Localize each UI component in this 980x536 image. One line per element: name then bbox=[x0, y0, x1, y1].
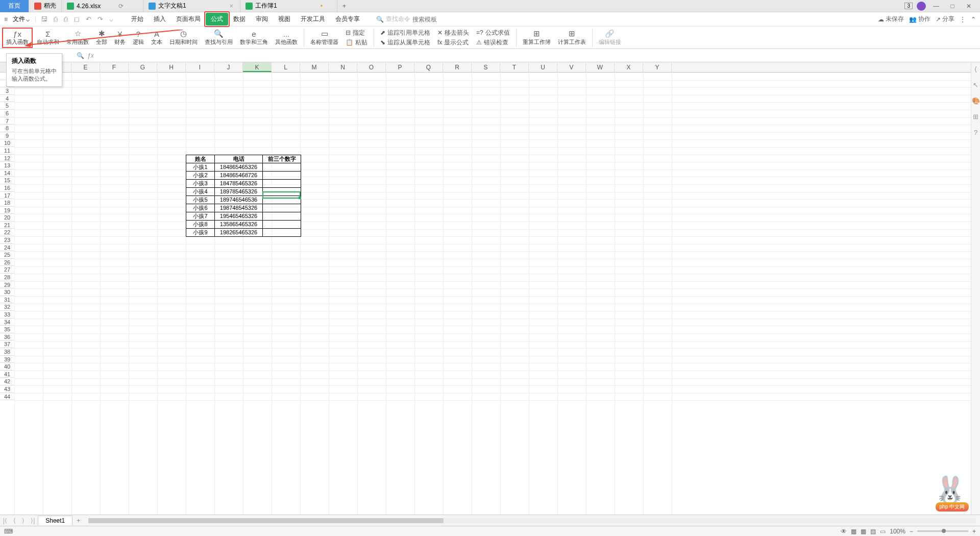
col-header-T[interactable]: T bbox=[500, 62, 529, 72]
grid-mode-icon[interactable]: ▦ bbox=[851, 528, 856, 535]
doc-tab-3[interactable]: 工作簿1• bbox=[240, 0, 337, 12]
finance-fn-button[interactable]: ¥财务 bbox=[111, 28, 129, 48]
menu-tab-开始[interactable]: 开始 bbox=[126, 13, 149, 26]
row-header-6[interactable]: 6 bbox=[0, 110, 14, 117]
math-fn-button[interactable]: e数学和三角 bbox=[237, 28, 271, 48]
row-header-28[interactable]: 28 bbox=[0, 274, 14, 281]
redo-icon[interactable]: ↷ bbox=[96, 15, 105, 23]
minimize-button[interactable]: — bbox=[930, 1, 942, 11]
row-header-18[interactable]: 18 bbox=[0, 199, 14, 207]
new-tab-button[interactable]: + bbox=[337, 3, 351, 10]
row-header-37[interactable]: 37 bbox=[0, 340, 14, 348]
sheet-nav-next[interactable]: ⟩ bbox=[19, 517, 28, 524]
menu-tab-开发工具[interactable]: 开发工具 bbox=[296, 13, 330, 26]
col-header-K[interactable]: K bbox=[243, 62, 272, 72]
table-cell[interactable] bbox=[263, 220, 301, 228]
insert-function-button[interactable]: ƒx 插入函数 bbox=[2, 28, 33, 48]
col-header-X[interactable]: X bbox=[615, 62, 643, 72]
table-cell[interactable] bbox=[263, 179, 301, 187]
row-header-35[interactable]: 35 bbox=[0, 326, 14, 333]
table-cell[interactable]: 小孩9 bbox=[186, 228, 215, 236]
lookup-fn-button[interactable]: 🔍查找与引用 bbox=[202, 28, 236, 48]
zoom-value[interactable]: 100% bbox=[890, 528, 905, 535]
menu-tab-视图[interactable]: 视图 bbox=[273, 13, 296, 26]
table-cell[interactable] bbox=[263, 187, 301, 196]
trace-dep-button[interactable]: ⬊追踪从属单元格 bbox=[380, 38, 430, 47]
hamburger-icon[interactable]: ≡ bbox=[4, 16, 8, 23]
row-header-22[interactable]: 22 bbox=[0, 229, 14, 236]
row-header-20[interactable]: 20 bbox=[0, 214, 14, 222]
datetime-fn-button[interactable]: ◷日期和时间 bbox=[166, 28, 201, 48]
table-cell[interactable]: 小孩7 bbox=[186, 212, 215, 220]
menu-tab-页面布局[interactable]: 页面布局 bbox=[171, 13, 206, 26]
col-header-Q[interactable]: Q bbox=[414, 62, 443, 72]
table-cell[interactable]: 小孩4 bbox=[186, 187, 215, 196]
template-search-input[interactable] bbox=[412, 16, 474, 23]
row-header-41[interactable]: 41 bbox=[0, 371, 14, 378]
col-header-R[interactable]: R bbox=[443, 62, 472, 72]
edit-link-button[interactable]: 🔗编辑链接 bbox=[596, 28, 624, 48]
row-header-17[interactable]: 17 bbox=[0, 192, 14, 200]
table-cell[interactable] bbox=[263, 163, 301, 171]
print-icon[interactable]: ⎙ bbox=[62, 15, 69, 23]
table-cell[interactable]: 189785465326 bbox=[215, 187, 263, 196]
autosum-button[interactable]: Σ自动求和 bbox=[34, 28, 62, 48]
file-menu[interactable]: 文件 ⌵ bbox=[11, 14, 32, 25]
col-header-G[interactable]: G bbox=[129, 62, 157, 72]
zoom-thumb[interactable] bbox=[942, 529, 946, 533]
help-panel-icon[interactable]: ? bbox=[974, 129, 977, 136]
table-cell[interactable] bbox=[263, 196, 301, 204]
notification-badge[interactable]: 3 bbox=[904, 3, 913, 9]
home-tab[interactable]: 首页 bbox=[0, 0, 29, 12]
calc-sheet-button[interactable]: ⊞计算工作表 bbox=[555, 28, 589, 48]
col-header-E[interactable]: E bbox=[71, 62, 100, 72]
logic-fn-button[interactable]: ?逻辑 bbox=[130, 28, 147, 48]
row-header-44[interactable]: 44 bbox=[0, 393, 14, 401]
table-cell[interactable]: 135865465326 bbox=[215, 220, 263, 228]
col-header-U[interactable]: U bbox=[529, 62, 557, 72]
table-cell[interactable]: 198265465326 bbox=[215, 228, 263, 236]
table-cell[interactable]: 184865465326 bbox=[215, 163, 263, 171]
row-header-4[interactable]: 4 bbox=[0, 95, 14, 103]
close-icon[interactable]: × bbox=[230, 3, 233, 10]
save-icon[interactable]: 🖫 bbox=[39, 15, 49, 23]
row-header-8[interactable]: 8 bbox=[0, 125, 14, 132]
table-cell[interactable]: 小孩8 bbox=[186, 220, 215, 228]
sheet-nav-last[interactable]: ⟩| bbox=[28, 517, 38, 524]
row-header-23[interactable]: 23 bbox=[0, 236, 14, 244]
page-view-icon[interactable]: ▤ bbox=[870, 528, 876, 535]
doc-tab-0[interactable]: 稻壳 bbox=[29, 0, 62, 12]
table-cell[interactable]: 189746546536 bbox=[215, 196, 263, 204]
row-header-43[interactable]: 43 bbox=[0, 385, 14, 393]
row-header-11[interactable]: 11 bbox=[0, 147, 14, 155]
table-cell[interactable]: 小孩3 bbox=[186, 179, 215, 187]
row-header-33[interactable]: 33 bbox=[0, 311, 14, 319]
all-fn-button[interactable]: ✱全部 bbox=[93, 28, 110, 48]
sheet-nav-first[interactable]: |⟨ bbox=[0, 517, 10, 524]
doc-tab-1[interactable]: 4.26.xlsx⟳ bbox=[62, 0, 143, 12]
table-cell[interactable]: 小孩2 bbox=[186, 171, 215, 179]
more-menu[interactable]: ⋮ bbox=[960, 16, 966, 23]
layout-panel-icon[interactable]: ⊞ bbox=[973, 113, 978, 120]
sheet-tab[interactable]: Sheet1 bbox=[38, 516, 72, 525]
row-header-21[interactable]: 21 bbox=[0, 222, 14, 229]
share-button[interactable]: ↗分享 bbox=[936, 15, 954, 23]
col-header-L[interactable]: L bbox=[272, 62, 300, 72]
zoom-slider[interactable] bbox=[917, 530, 968, 532]
row-header-24[interactable]: 24 bbox=[0, 244, 14, 252]
menu-tab-公式[interactable]: 公式 bbox=[206, 13, 228, 26]
command-search[interactable]: 🔍 查找命令 bbox=[376, 15, 474, 23]
row-header-9[interactable]: 9 bbox=[0, 132, 14, 140]
unsaved-indicator[interactable]: ☁未保存 bbox=[878, 15, 904, 23]
table-cell[interactable]: 195465465326 bbox=[215, 212, 263, 220]
recalc-button[interactable]: ⊞重算工作簿 bbox=[520, 28, 554, 48]
table-cell[interactable] bbox=[263, 228, 301, 236]
zoom-out-button[interactable]: − bbox=[910, 528, 913, 535]
row-header-13[interactable]: 13 bbox=[0, 162, 14, 169]
maximize-button[interactable]: □ bbox=[946, 1, 959, 11]
undo-icon[interactable]: ↶ bbox=[84, 15, 93, 23]
col-header-P[interactable]: P bbox=[386, 62, 414, 72]
row-header-38[interactable]: 38 bbox=[0, 348, 14, 356]
close-button[interactable]: ✕ bbox=[963, 1, 975, 11]
table-cell[interactable] bbox=[263, 204, 301, 212]
